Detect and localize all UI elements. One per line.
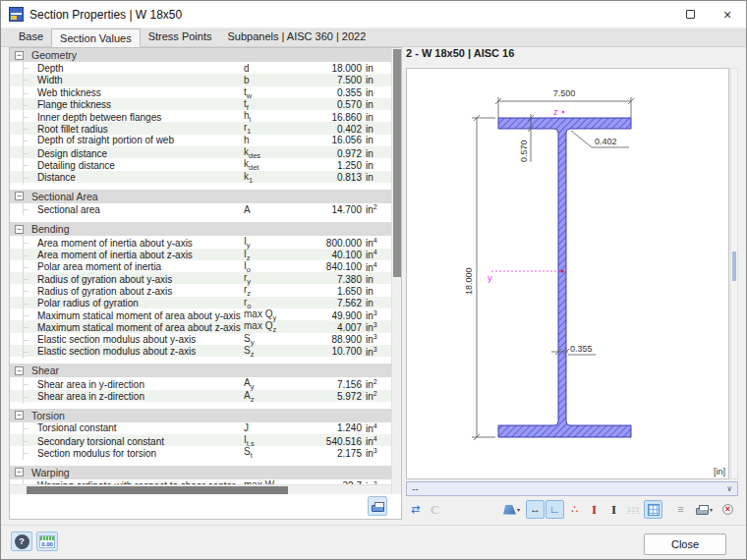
show-main-dimensions-button[interactable]: I: [585, 500, 603, 519]
render-mode-button[interactable]: ▾: [498, 500, 525, 519]
property-row[interactable]: Sectional areaA14.700in2: [10, 203, 391, 215]
property-row[interactable]: Flange thicknesstf0.570in: [10, 98, 391, 110]
property-unit: in4: [362, 237, 391, 249]
property-row[interactable]: Depth of straight portion of webh16.056i…: [10, 135, 391, 146]
close-button[interactable]: Close: [644, 533, 726, 555]
property-unit: in2: [362, 390, 391, 402]
property-row[interactable]: Area moment of inertia about y-axisIy800…: [10, 236, 391, 248]
dim-fillet-label: 0.402: [595, 137, 617, 146]
property-value: 7.562: [305, 298, 362, 308]
group-header[interactable]: −Shear: [10, 364, 391, 377]
property-row[interactable]: Elastic section modulus about z-axisSz10…: [10, 345, 391, 357]
preview-vertical-scrollbar[interactable]: [730, 68, 738, 479]
collapse-icon[interactable]: −: [15, 468, 24, 476]
collapse-icon[interactable]: −: [15, 411, 24, 420]
collapse-icon[interactable]: −: [15, 225, 24, 234]
tab-base[interactable]: Base: [11, 28, 51, 46]
show-section-outline-button[interactable]: I: [604, 500, 623, 519]
property-symbol: k1: [244, 171, 305, 185]
show-section-outline-icon: I: [611, 503, 616, 516]
group-header[interactable]: −Geometry: [10, 48, 391, 62]
stress-point-selector[interactable]: -- ∨: [406, 481, 738, 496]
property-row[interactable]: Inner depth between flangeshi16.860in: [10, 110, 391, 122]
maximize-button[interactable]: [671, 1, 709, 28]
chevron-down-icon: ∨: [726, 484, 732, 493]
property-row[interactable]: Design distancekdes0.972in: [10, 146, 391, 158]
property-row[interactable]: Elastic section modulus about y-axisSy88…: [10, 333, 391, 345]
property-row[interactable]: Maximum statical moment of area about y-…: [10, 308, 391, 320]
section-drawing-area[interactable]: 7.500 z 0.570 0.402: [406, 68, 729, 479]
property-name: Shear area in z-direction: [29, 391, 244, 402]
tab-section-values[interactable]: Section Values: [51, 28, 141, 47]
property-row[interactable]: Maximum statical moment of area about z-…: [10, 320, 391, 332]
help-button[interactable]: ?: [11, 532, 32, 551]
property-row[interactable]: Web thicknesstw0.355in: [10, 86, 391, 98]
scrollbar-thumb[interactable]: [393, 49, 401, 277]
group-header[interactable]: −Warping: [10, 466, 391, 479]
property-name: Detailing distance: [29, 160, 244, 171]
title-bar: Section Properties | W 18x50 ×: [1, 1, 746, 28]
property-row[interactable]: Secondary torsional constantIt,s540.516i…: [10, 434, 391, 446]
print-table-button[interactable]: [368, 496, 387, 516]
show-numbering-button[interactable]: 123: [624, 500, 643, 519]
property-row[interactable]: Torsional constantJ1.240in4: [10, 422, 391, 434]
property-symbol: b: [244, 75, 305, 85]
show-stress-points-button[interactable]: ∴: [565, 500, 584, 519]
show-dimensions-button[interactable]: ↔: [526, 500, 545, 519]
property-unit: in: [362, 160, 391, 171]
window-title: Section Properties | W 18x50: [29, 8, 182, 22]
property-row[interactable]: Root fillet radiusr10.402in: [10, 122, 391, 134]
scrollbar-thumb[interactable]: [27, 486, 288, 494]
collapse-icon[interactable]: −: [15, 366, 24, 375]
decimal-places-button[interactable]: 0.00: [36, 532, 58, 551]
property-unit: in3: [362, 309, 391, 321]
property-value: 2.175: [305, 448, 362, 459]
i-beam-shape: [498, 118, 631, 437]
print-graphic-button[interactable]: ▾: [691, 500, 718, 519]
property-row[interactable]: Section modulus for torsionSt2.175in3: [10, 446, 391, 458]
tab-subpanels-aisc-360-2022[interactable]: Subpanels | AISC 360 | 2022: [219, 28, 374, 46]
tree-connector: [10, 74, 29, 85]
table-horizontal-scrollbar[interactable]: [10, 484, 391, 494]
tree-connector: [10, 390, 29, 404]
preview-title: 2 - W 18x50 | AISC 16: [406, 47, 738, 64]
property-name: Polar radius of gyration: [29, 298, 244, 308]
property-row[interactable]: Shear area in y-directionAy7.156in2: [10, 377, 391, 389]
show-main-dimensions-icon: I: [592, 503, 597, 516]
property-row[interactable]: Widthb7.500in: [10, 74, 391, 85]
property-row[interactable]: Shear area in z-directionAz5.972in2: [10, 390, 391, 402]
zoom-reset-button[interactable]: ×: [718, 500, 737, 519]
property-row[interactable]: Area moment of inertia about z-axisIz40.…: [10, 249, 391, 260]
copy-section-shape-button[interactable]: C: [426, 500, 444, 519]
caret-down-icon: ▾: [710, 506, 713, 513]
show-grid-button[interactable]: [644, 500, 662, 519]
property-unit: in2: [362, 378, 391, 390]
property-name: Torsional constant: [29, 422, 244, 433]
property-row[interactable]: Radius of gyration about y-axisry7.380in: [10, 272, 391, 284]
property-row[interactable]: Radius of gyration about z-axisrz1.650in: [10, 284, 391, 296]
update-section-icon: ⇄: [411, 504, 420, 515]
show-details-button[interactable]: ≡: [671, 500, 690, 519]
tab-stress-points[interactable]: Stress Points: [141, 28, 220, 46]
property-symbol: d: [244, 63, 305, 74]
scrollbar-thumb[interactable]: [732, 252, 736, 281]
property-row[interactable]: Distancek10.813in: [10, 171, 391, 183]
property-row[interactable]: Polar radius of gyrationro7.562in: [10, 297, 391, 308]
show-dimension-chains-button[interactable]: ∟: [546, 500, 564, 519]
table-vertical-scrollbar[interactable]: [391, 48, 401, 494]
group-header[interactable]: −Bending: [10, 222, 391, 236]
table-footer: [10, 494, 391, 519]
property-row[interactable]: Polar area moment of inertiaIo840.100in4: [10, 260, 391, 272]
collapse-icon[interactable]: −: [15, 192, 24, 200]
group-title: Warping: [31, 467, 70, 478]
axis-y-label: y: [488, 272, 492, 283]
update-section-button[interactable]: ⇄: [406, 500, 425, 519]
property-row[interactable]: Detailing distancekdet1.250in: [10, 158, 391, 170]
group-header[interactable]: −Torsion: [10, 409, 391, 422]
property-value: 0.355: [305, 87, 362, 98]
group-header[interactable]: −Sectional Area: [10, 190, 391, 203]
print-graphic-icon: [696, 508, 709, 515]
collapse-icon[interactable]: −: [15, 51, 24, 60]
close-window-button[interactable]: ×: [709, 1, 746, 28]
property-row[interactable]: Depthd18.000in: [10, 62, 391, 74]
